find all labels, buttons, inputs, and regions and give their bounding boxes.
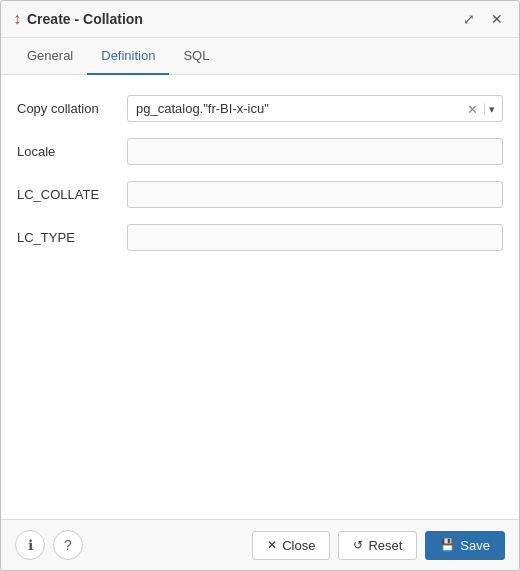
reset-icon: ↺ bbox=[353, 538, 363, 552]
tab-definition[interactable]: Definition bbox=[87, 38, 169, 75]
reset-button[interactable]: ↺ Reset bbox=[338, 531, 417, 560]
locale-input[interactable] bbox=[127, 138, 503, 165]
footer: ℹ ? ✕ Close ↺ Reset 💾 Save bbox=[1, 519, 519, 570]
footer-right: ✕ Close ↺ Reset 💾 Save bbox=[252, 531, 505, 560]
close-label: Close bbox=[282, 538, 315, 553]
title-bar: ↕ Create - Collation ⤢ ✕ bbox=[1, 1, 519, 38]
info-button[interactable]: ℹ bbox=[15, 530, 45, 560]
close-icon: ✕ bbox=[267, 538, 277, 552]
save-icon: 💾 bbox=[440, 538, 455, 552]
lc-collate-row: LC_COLLATE bbox=[17, 181, 503, 208]
locale-label: Locale bbox=[17, 144, 127, 159]
copy-collation-clear-button[interactable]: ✕ bbox=[465, 102, 480, 115]
footer-left: ℹ ? bbox=[15, 530, 83, 560]
info-icon: ℹ bbox=[28, 537, 33, 553]
form-content: Copy collation ✕ ▾ Locale LC_COLLATE bbox=[1, 75, 519, 519]
lc-collate-label: LC_COLLATE bbox=[17, 187, 127, 202]
locale-row: Locale bbox=[17, 138, 503, 165]
save-label: Save bbox=[460, 538, 490, 553]
save-button[interactable]: 💾 Save bbox=[425, 531, 505, 560]
copy-collation-wrap: ✕ ▾ bbox=[127, 95, 503, 122]
close-button[interactable]: ✕ Close bbox=[252, 531, 330, 560]
expand-button[interactable]: ⤢ bbox=[459, 9, 479, 29]
title-bar-left: ↕ Create - Collation bbox=[13, 10, 143, 28]
help-icon: ? bbox=[64, 537, 72, 553]
dialog-title: Create - Collation bbox=[27, 11, 143, 27]
dialog-close-button[interactable]: ✕ bbox=[487, 9, 507, 29]
lc-collate-input[interactable] bbox=[127, 181, 503, 208]
reset-label: Reset bbox=[368, 538, 402, 553]
copy-collation-input[interactable] bbox=[127, 95, 503, 122]
copy-collation-row: Copy collation ✕ ▾ bbox=[17, 95, 503, 122]
title-bar-right: ⤢ ✕ bbox=[459, 9, 507, 29]
copy-collation-label: Copy collation bbox=[17, 101, 127, 116]
lc-collate-wrap bbox=[127, 181, 503, 208]
copy-collation-dropdown-button[interactable]: ▾ bbox=[484, 103, 499, 114]
lc-type-label: LC_TYPE bbox=[17, 230, 127, 245]
copy-collation-actions: ✕ ▾ bbox=[465, 102, 499, 115]
collation-icon: ↕ bbox=[13, 10, 21, 28]
tab-bar: General Definition SQL bbox=[1, 38, 519, 75]
create-collation-dialog: ↕ Create - Collation ⤢ ✕ General Definit… bbox=[0, 0, 520, 571]
lc-type-input[interactable] bbox=[127, 224, 503, 251]
locale-wrap bbox=[127, 138, 503, 165]
lc-type-wrap bbox=[127, 224, 503, 251]
tab-sql[interactable]: SQL bbox=[169, 38, 223, 75]
help-button[interactable]: ? bbox=[53, 530, 83, 560]
lc-type-row: LC_TYPE bbox=[17, 224, 503, 251]
tab-general[interactable]: General bbox=[13, 38, 87, 75]
